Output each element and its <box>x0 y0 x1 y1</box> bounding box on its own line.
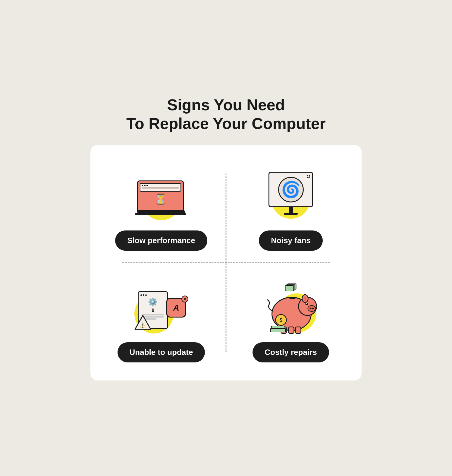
svg-text:!: ! <box>142 322 144 329</box>
svg-point-14 <box>304 297 307 301</box>
svg-rect-5 <box>285 286 294 291</box>
svg-text:$: $ <box>280 318 282 323</box>
grid-item-unable-update: ⚙️ ⬇ ⚠ ! <box>96 263 226 374</box>
info-card: ⏳ Slow performance <box>90 145 362 380</box>
costly-repairs-label: Costly repairs <box>253 342 329 362</box>
svg-point-8 <box>308 305 316 312</box>
svg-rect-20 <box>296 327 301 334</box>
warning-triangle-icon: ⚠ ! <box>134 315 152 330</box>
svg-point-12 <box>306 303 307 304</box>
costly-repairs-icon-area: $ <box>261 275 321 335</box>
piggy-bank-icon: $ <box>263 282 319 335</box>
noisy-fans-icon-area: 🌀 <box>261 163 321 223</box>
grid-item-noisy-fans: 🌀 Noisy fans <box>226 151 356 263</box>
grid-item-slow-performance: ⏳ Slow performance <box>96 151 226 263</box>
grid-item-costly-repairs: $ Costly repairs <box>226 263 356 374</box>
slow-performance-label: Slow performance <box>115 230 207 251</box>
unable-update-icon-area: ⚙️ ⬇ ⚠ ! <box>131 275 191 335</box>
unable-update-label: Unable to update <box>118 342 205 362</box>
svg-rect-19 <box>289 327 294 334</box>
grid-layout: ⏳ Slow performance <box>96 151 356 374</box>
svg-rect-22 <box>271 328 286 332</box>
slow-performance-icon-area: ⏳ <box>131 163 191 223</box>
svg-point-9 <box>310 308 312 309</box>
page-title: Signs You Need To Replace Your Computer <box>126 96 326 133</box>
svg-point-10 <box>312 308 314 309</box>
noisy-fans-label: Noisy fans <box>259 230 323 251</box>
svg-rect-15 <box>290 297 296 299</box>
page-wrapper: Signs You Need To Replace Your Computer <box>90 96 362 381</box>
